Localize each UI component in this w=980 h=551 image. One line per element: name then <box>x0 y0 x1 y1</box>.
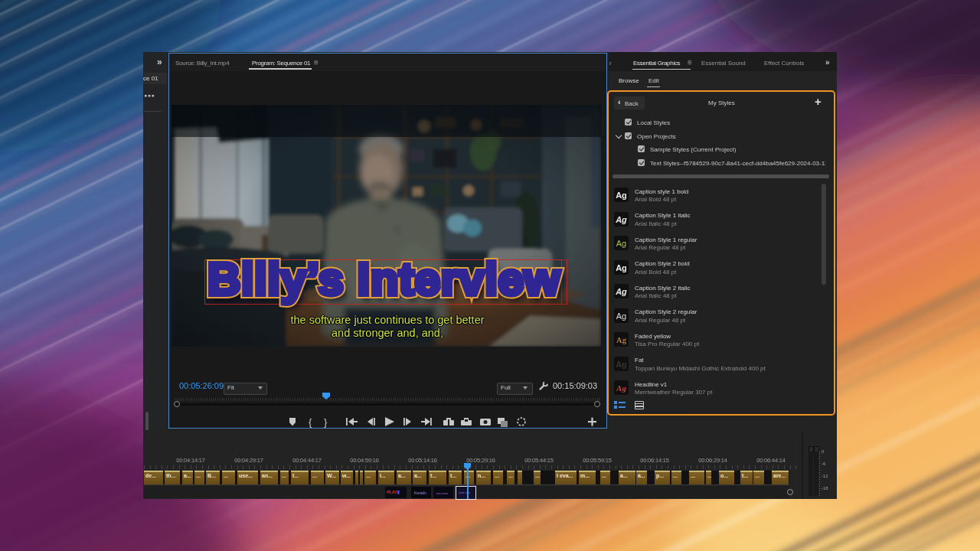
svg-text:{: { <box>309 416 312 428</box>
svg-text:}: } <box>324 416 328 428</box>
